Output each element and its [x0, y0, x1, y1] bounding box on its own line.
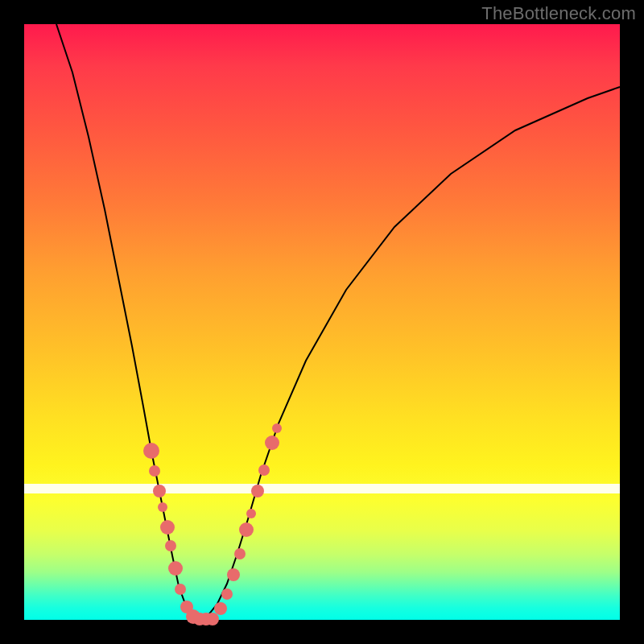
data-dot	[143, 443, 159, 459]
data-dot	[175, 584, 186, 595]
data-dot	[206, 613, 219, 625]
data-dot	[246, 509, 256, 518]
data-dot	[214, 602, 227, 615]
watermark-label: TheBottleneck.com	[481, 3, 636, 24]
data-dot	[227, 568, 240, 581]
data-dot	[165, 540, 176, 551]
curve-right	[200, 87, 620, 620]
data-dot	[168, 561, 183, 576]
data-dot	[234, 548, 246, 559]
data-dot	[149, 465, 160, 477]
data-dot	[221, 588, 233, 600]
data-dot	[265, 436, 279, 450]
curve-svg	[24, 24, 620, 620]
data-dot	[158, 502, 167, 512]
data-dot	[239, 522, 254, 537]
data-dot	[272, 423, 282, 433]
chart-container: TheBottleneck.com	[0, 0, 644, 644]
marker-group	[143, 423, 282, 625]
data-dot	[251, 485, 264, 497]
curve-left	[56, 24, 200, 620]
data-dot	[160, 520, 175, 535]
data-dot	[258, 464, 270, 476]
plot-area	[24, 24, 620, 620]
data-dot	[153, 485, 166, 497]
